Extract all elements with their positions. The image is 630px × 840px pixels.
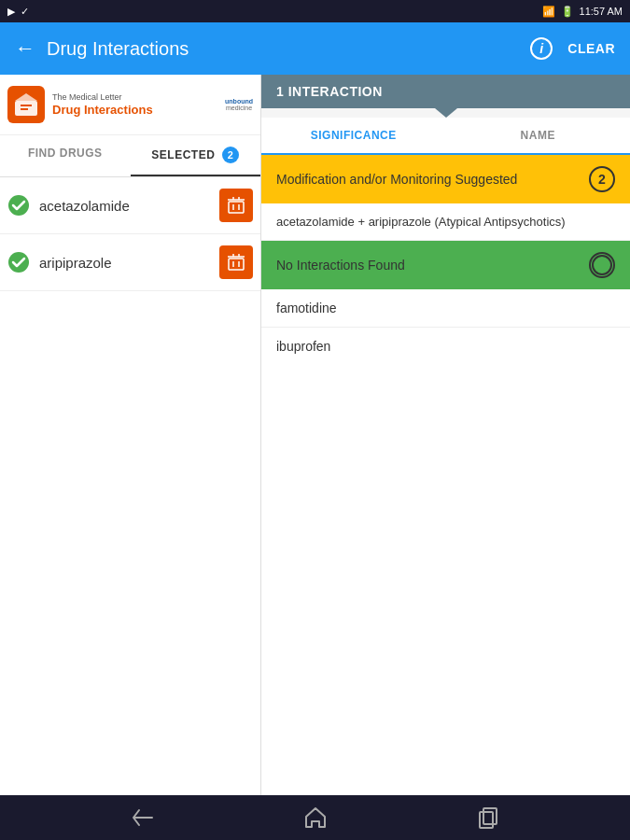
svg-rect-3 (21, 108, 28, 110)
bottom-nav (0, 795, 630, 840)
none-badge (589, 252, 615, 278)
app-name: Drug Interactions (52, 103, 153, 118)
tab-find-drugs[interactable]: FIND DRUGS (0, 135, 131, 176)
battery-icon: 🔋 (561, 6, 574, 18)
single-drug-famotidine[interactable]: famotidine (261, 289, 630, 328)
remove-icon-acetazolamide (227, 196, 245, 215)
logo-svg (13, 91, 39, 118)
drug-item-aripiprazole[interactable]: aripiprazole (0, 234, 260, 291)
logo-text: The Medical Letter Drug Interactions (52, 92, 153, 117)
clear-button[interactable]: CLEAR (567, 41, 615, 56)
svg-point-18 (593, 256, 611, 274)
tab-name[interactable]: NAME (446, 118, 631, 153)
warning-label: Modification and/or Monitoring Suggested (276, 172, 581, 187)
svg-marker-1 (15, 93, 37, 101)
app-bar: ← Drug Interactions i CLEAR (0, 22, 630, 75)
svg-point-4 (8, 195, 29, 216)
android-icon: ▶ (7, 6, 15, 18)
app-title: Drug Interactions (47, 38, 189, 60)
main-content: The Medical Letter Drug Interactions unb… (0, 75, 630, 795)
left-panel: The Medical Letter Drug Interactions unb… (0, 75, 261, 795)
interaction-list: Modification and/or Monitoring Suggested… (261, 155, 630, 795)
logo-area: The Medical Letter Drug Interactions unb… (0, 75, 260, 135)
time-display: 11:57 AM (580, 6, 623, 17)
drug-name-aripiprazole: aripiprazole (39, 255, 210, 271)
info-button[interactable]: i (530, 37, 553, 60)
tab-selected[interactable]: SELECTED 2 (131, 135, 261, 176)
svg-point-11 (8, 252, 29, 273)
interaction-arrow (435, 108, 457, 118)
app-bar-right: i CLEAR (530, 37, 615, 60)
empty-circle-icon (591, 254, 613, 276)
drug-combo[interactable]: acetazolamide + aripiprazole (Atypical A… (261, 203, 630, 241)
interaction-header: 1 INTERACTION (261, 75, 630, 108)
back-nav-icon (130, 805, 156, 831)
recents-nav-icon (475, 805, 501, 831)
svg-rect-12 (229, 259, 244, 270)
interaction-count: 1 INTERACTION (276, 84, 383, 99)
single-drug-ibuprofen[interactable]: ibuprofen (261, 328, 630, 365)
selected-badge: 2 (222, 147, 239, 163)
svg-rect-2 (21, 105, 32, 106)
status-bar: ▶ ✓ 📶 🔋 11:57 AM (0, 0, 630, 22)
publisher-name: The Medical Letter (52, 92, 153, 103)
drug-list: acetazolamide aripip (0, 177, 260, 795)
remove-aripiprazole-button[interactable] (219, 245, 253, 279)
interaction-warning-row[interactable]: Modification and/or Monitoring Suggested… (261, 155, 630, 203)
interaction-none-row[interactable]: No Interactions Found (261, 241, 630, 289)
svg-rect-20 (483, 808, 497, 824)
svg-rect-19 (480, 812, 493, 828)
unbound-logo: unbound medicine (225, 98, 253, 111)
drug-name-acetazolamide: acetazolamide (39, 198, 210, 214)
svg-rect-5 (229, 202, 244, 213)
remove-icon-aripiprazole (227, 253, 245, 272)
home-nav-button[interactable] (302, 805, 329, 831)
right-tab-bar: SIGNIFICANCE NAME (261, 118, 630, 155)
back-button[interactable]: ← (15, 38, 35, 59)
warning-badge: 2 (589, 166, 615, 192)
check-circle-icon-aripiprazole (7, 251, 30, 273)
left-tab-bar: FIND DRUGS SELECTED 2 (0, 135, 260, 177)
tab-significance[interactable]: SIGNIFICANCE (261, 118, 446, 155)
right-panel: 1 INTERACTION SIGNIFICANCE NAME Modifica… (261, 75, 630, 795)
status-bar-left: ▶ ✓ (7, 6, 29, 18)
back-nav-button[interactable] (130, 805, 156, 831)
check-icon-small: ✓ (21, 6, 29, 18)
remove-acetazolamide-button[interactable] (219, 189, 253, 222)
app-bar-left: ← Drug Interactions (15, 38, 189, 60)
app-logo-icon (7, 86, 45, 123)
recents-nav-button[interactable] (475, 805, 501, 831)
check-circle-icon-acetazolamide (7, 194, 30, 217)
wifi-icon: 📶 (542, 6, 555, 18)
drug-item-acetazolamide[interactable]: acetazolamide (0, 177, 260, 234)
home-nav-icon (302, 805, 329, 831)
status-bar-right: 📶 🔋 11:57 AM (542, 6, 623, 18)
none-label: No Interactions Found (276, 258, 581, 273)
